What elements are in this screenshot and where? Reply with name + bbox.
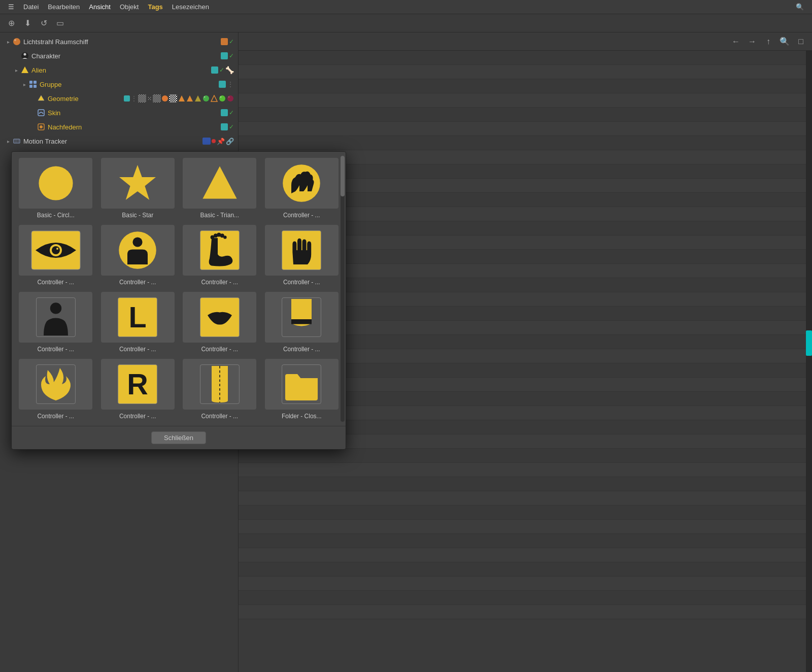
tree-tags-lichtstrahl: ✓ <box>221 38 236 45</box>
tag-orange-sq <box>221 38 228 45</box>
tree-item-nachfedern[interactable]: Nachfedern ✓ <box>0 120 238 134</box>
tree-item-lichtstrahl[interactable]: ▸ Lichtstrahl Raumschiff ✓ <box>0 35 238 49</box>
tree-item-gruppe[interactable]: ▸ Gruppe ⋮ <box>0 77 238 91</box>
picker-item-controller-torso[interactable]: Controller - ... <box>264 292 340 353</box>
nav-up-btn[interactable]: ↑ <box>761 35 775 49</box>
expand-icon[interactable] <box>12 52 20 60</box>
tree-tags-alien: ✓ 🦴 <box>211 66 236 74</box>
picker-item-controller-lips[interactable]: Controller - ... <box>182 292 258 353</box>
picker-label-basic-circle: Basic - Circl... <box>37 212 75 219</box>
menu-icon-btn[interactable]: ☰ <box>4 2 18 12</box>
picker-item-controller-l[interactable]: L Controller - ... <box>100 292 176 353</box>
expand-icon[interactable]: ▸ <box>20 80 28 88</box>
sphere-icon <box>12 37 21 46</box>
right-row <box>239 136 812 150</box>
expand-icon <box>28 94 37 103</box>
svg-marker-10 <box>187 95 193 102</box>
expand-icon <box>28 123 37 131</box>
tree-tags-nachfedern: ✓ <box>221 123 236 130</box>
picker-item-basic-triangle[interactable]: Basic - Trian... <box>182 158 258 219</box>
picker-thumb-controller-torso <box>265 292 339 343</box>
tree-label-alien: Alien <box>31 66 211 74</box>
tree-label-charakter: Charakter <box>31 52 221 60</box>
svg-marker-27 <box>119 165 156 200</box>
picker-grid: Basic - Circl... Basic - Star Basic - Tr… <box>18 158 340 420</box>
tree-label-motion-tracker: Motion Tracker <box>23 138 202 145</box>
picker-item-controller-fire[interactable]: Controller - ... <box>18 359 94 420</box>
picker-item-controller-spine[interactable]: Controller - ... <box>182 359 258 420</box>
svg-point-18 <box>228 96 230 98</box>
tree-item-alien[interactable]: ▸ Alien ✓ 🦴 <box>0 63 238 77</box>
tree-item-geometrie[interactable]: Geometrie ⋮ ⁙ <box>0 91 238 106</box>
search-icon[interactable]: 🔍 <box>792 2 808 12</box>
nav-back-btn[interactable]: ← <box>729 35 743 49</box>
picker-item-controller-foot[interactable]: Controller - ... <box>182 225 258 286</box>
right-scrollbar-thumb[interactable] <box>806 330 812 356</box>
toolbar-down-btn[interactable]: ⬇ <box>20 16 35 30</box>
picker-label-controller-person: Controller - ... <box>119 279 156 286</box>
right-scrollbar[interactable] <box>806 51 812 672</box>
tag-teal-sq <box>211 66 218 74</box>
picker-label-controller-hand: Controller - ... <box>283 279 320 286</box>
picker-item-basic-star[interactable]: Basic - Star <box>100 158 176 219</box>
tree-item-skin[interactable]: Skin ✓ <box>0 106 238 120</box>
tree-item-motion-tracker[interactable]: ▸ Motion Tracker 📌 🔗 <box>0 134 238 148</box>
svg-marker-11 <box>195 95 201 102</box>
skin-icon <box>37 108 46 117</box>
menu-ansicht[interactable]: Ansicht <box>85 2 115 12</box>
picker-label-controller-foot: Controller - ... <box>201 279 238 286</box>
picker-item-folder-close[interactable]: Folder - Clos... <box>264 359 340 420</box>
tag-teal-sq <box>221 109 228 116</box>
svg-rect-50 <box>291 319 312 324</box>
right-row <box>239 548 812 562</box>
menu-datei[interactable]: Datei <box>19 2 43 12</box>
picker-close-button[interactable]: Schließen <box>151 431 206 444</box>
picker-item-controller-person[interactable]: Controller - ... <box>100 225 176 286</box>
right-row <box>239 122 812 136</box>
svg-marker-4 <box>21 66 28 73</box>
toolbar-rotate-btn[interactable]: ↺ <box>37 16 51 30</box>
picker-label-controller-lips: Controller - ... <box>201 346 238 353</box>
nav-view-btn[interactable]: □ <box>794 35 808 49</box>
picker-scrollbar[interactable] <box>341 156 345 422</box>
picker-thumb-controller-r: R <box>101 359 175 410</box>
right-row <box>239 108 812 122</box>
right-row <box>239 562 812 577</box>
dots-tag: ⁙ <box>147 95 152 102</box>
picker-item-controller-hand[interactable]: Controller - ... <box>264 225 340 286</box>
tree-label-gruppe: Gruppe <box>40 81 219 88</box>
picker-item-controller-horse[interactable]: Controller - ... <box>264 158 340 219</box>
svg-point-21 <box>40 125 43 128</box>
expand-icon[interactable]: ▸ <box>4 137 12 145</box>
tag-teal-sq <box>221 123 228 130</box>
right-row <box>239 491 812 506</box>
tag-check: ✓ <box>229 52 234 59</box>
picker-label-folder-close: Folder - Clos... <box>282 413 322 420</box>
picker-label-controller-bust: Controller - ... <box>37 346 74 353</box>
picker-item-controller-eye[interactable]: Controller - ... <box>18 225 94 286</box>
svg-marker-9 <box>179 95 185 102</box>
picker-scrollbar-thumb[interactable] <box>341 156 345 196</box>
svg-point-34 <box>56 248 58 250</box>
expand-icon[interactable]: ▸ <box>12 66 20 74</box>
tree-item-charakter[interactable]: Charakter ✓ <box>0 49 238 63</box>
menu-objekt[interactable]: Objekt <box>116 2 143 12</box>
tree-label-skin: Skin <box>48 109 221 117</box>
expand-icon[interactable]: ▸ <box>4 38 12 46</box>
picker-item-basic-circle[interactable]: Basic - Circl... <box>18 158 94 219</box>
triangle-tag2 <box>186 95 193 102</box>
picker-label-controller-torso: Controller - ... <box>283 346 320 353</box>
svg-point-17 <box>227 95 233 102</box>
picker-item-controller-r[interactable]: R Controller - ... <box>100 359 176 420</box>
svg-point-36 <box>133 237 143 247</box>
toolbar-rect-btn[interactable]: ▭ <box>53 16 67 30</box>
svg-rect-5 <box>29 81 32 84</box>
nav-search-btn[interactable]: 🔍 <box>777 35 792 49</box>
tag-blue-sq <box>202 138 211 145</box>
menu-bearbeiten[interactable]: Bearbeiten <box>44 2 84 12</box>
picker-item-controller-bust[interactable]: Controller - ... <box>18 292 94 353</box>
nav-forward-btn[interactable]: → <box>745 35 759 49</box>
toolbar-move-btn[interactable]: ⊕ <box>4 16 18 30</box>
menu-lesezeichen[interactable]: Lesezeichen <box>168 2 213 12</box>
menu-tags[interactable]: Tags <box>144 2 166 12</box>
